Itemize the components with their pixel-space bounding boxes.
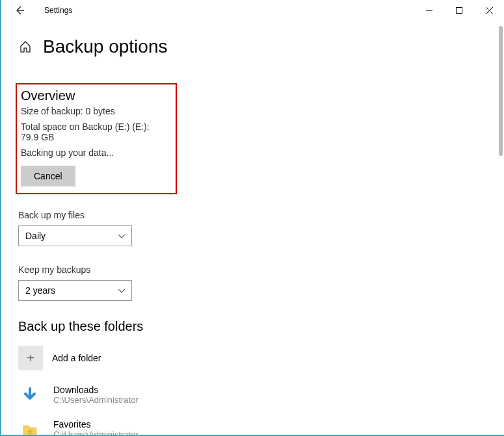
chevron-down-icon <box>118 287 125 294</box>
overview-heading: Overview <box>21 88 169 103</box>
back-button[interactable] <box>7 0 33 21</box>
backup-frequency-value: Daily <box>25 231 46 241</box>
folder-name: Favorites <box>53 419 139 430</box>
page-header: Backup options <box>1 21 504 57</box>
arrow-left-icon <box>14 5 25 16</box>
plus-icon: + <box>27 351 34 366</box>
folders-heading: Back up these folders <box>18 319 504 334</box>
window-title: Settings <box>44 6 72 15</box>
page-title: Backup options <box>43 36 167 57</box>
window-controls <box>414 0 504 21</box>
overview-section: Overview Size of backup: 0 bytes Total s… <box>16 83 177 194</box>
add-folder-label: Add a folder <box>52 353 101 363</box>
home-icon <box>19 40 32 53</box>
close-button[interactable] <box>474 0 504 21</box>
keep-backups-label: Keep my backups <box>18 264 504 275</box>
backup-size-text: Size of backup: 0 bytes <box>21 106 169 116</box>
maximize-button[interactable] <box>444 0 474 21</box>
svg-rect-0 <box>457 8 462 14</box>
minimize-icon <box>426 7 432 14</box>
folder-name: Downloads <box>53 385 139 395</box>
folder-row-favorites[interactable]: Favorites C:\Users\Administrator <box>18 419 504 436</box>
favorites-icon <box>21 420 39 437</box>
backup-status-text: Backing up your data... <box>21 147 169 158</box>
chevron-down-icon <box>118 232 125 240</box>
downloads-icon <box>21 386 39 404</box>
keep-backups-select[interactable]: 2 years <box>18 280 132 301</box>
home-button[interactable] <box>18 40 33 54</box>
close-icon <box>486 7 493 14</box>
titlebar: Settings <box>1 0 504 21</box>
content-area: Overview Size of backup: 0 bytes Total s… <box>1 57 504 436</box>
backup-frequency-select[interactable]: Daily <box>18 225 132 246</box>
folder-row-downloads[interactable]: Downloads C:\Users\Administrator <box>18 385 504 405</box>
maximize-icon <box>456 7 462 14</box>
folder-path: C:\Users\Administrator <box>53 430 139 436</box>
folder-path: C:\Users\Administrator <box>53 395 139 405</box>
keep-backups-group: Keep my backups 2 years <box>18 264 504 301</box>
backup-frequency-group: Back up my files Daily <box>18 210 504 246</box>
total-space-text: Total space on Backup (E:) (E:): 79.9 GB <box>21 122 169 142</box>
scrollbar-thumb[interactable] <box>499 26 503 156</box>
cancel-button[interactable]: Cancel <box>21 166 75 186</box>
add-folder-button[interactable]: + <box>18 346 43 370</box>
backup-frequency-label: Back up my files <box>18 210 504 220</box>
keep-backups-value: 2 years <box>25 285 55 296</box>
minimize-button[interactable] <box>414 0 444 21</box>
add-folder-row[interactable]: + Add a folder <box>18 346 504 370</box>
